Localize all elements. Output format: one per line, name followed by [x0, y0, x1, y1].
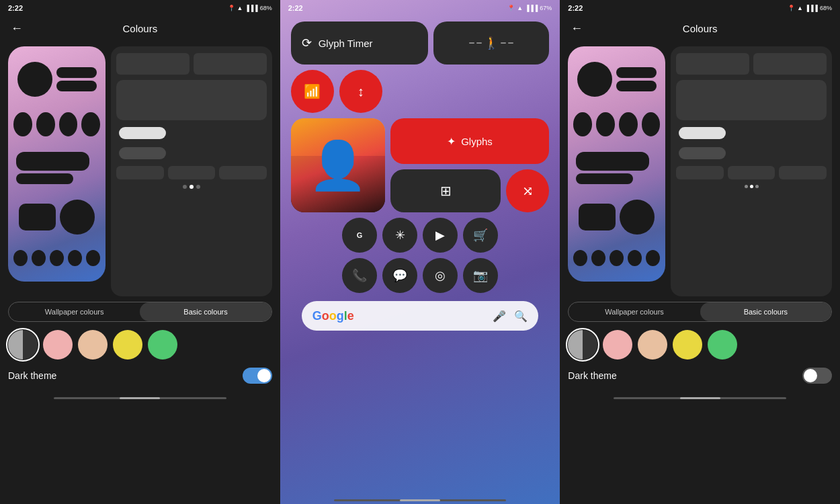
status-icons-left: 📍 ▲ ▐▐▐ 68%	[228, 5, 272, 11]
shapes-row-2	[13, 112, 100, 136]
search-bar[interactable]: Google 🎤 🔍	[302, 301, 539, 331]
app-camera[interactable]: 📷	[463, 258, 498, 293]
swatch-yellow-right[interactable]	[673, 330, 702, 360]
time-middle: 2:22	[288, 4, 303, 12]
panel-rect-r2	[753, 53, 827, 75]
shape-rect-big	[16, 152, 89, 171]
more-dot-r2	[750, 185, 753, 188]
search-google-logo: Google	[312, 309, 354, 323]
shapes-row-r4	[573, 250, 660, 266]
panel-rect-large-r	[676, 80, 827, 120]
dark-rect-widget[interactable]: 🚶	[433, 22, 549, 65]
shape-med-r4	[642, 112, 661, 136]
lens-icon[interactable]: 🔍	[514, 310, 528, 323]
signal-icon: ▐▐▐	[245, 5, 258, 11]
scroll-indicator-right	[614, 397, 786, 399]
more-dot-r1	[745, 185, 748, 188]
time-left: 2:22	[8, 4, 23, 12]
mic-icon[interactable]: 🎤	[493, 310, 506, 323]
app-basket[interactable]: 🛒	[463, 218, 498, 253]
app-phone[interactable]: 📞	[342, 258, 377, 293]
mix-red-widget[interactable]: ⤨	[506, 169, 549, 212]
swatch-peach-left[interactable]	[78, 330, 108, 360]
swatch-half-right[interactable]	[568, 330, 597, 360]
status-bar-middle: 2:22 📍 ▲ ▐▐▐ 67%	[280, 0, 560, 16]
shape-circle-med-2	[36, 112, 55, 136]
swatch-yellow-left[interactable]	[113, 330, 142, 360]
shape-rect-med-r	[576, 173, 633, 184]
shape-rect-big-r	[576, 152, 649, 171]
panel-dots	[116, 185, 267, 189]
dashed-line: 🚶	[469, 36, 513, 50]
mix-icon: ⤨	[522, 183, 534, 199]
swatch-half-left[interactable]	[8, 330, 38, 360]
shapes-row-r3	[573, 200, 660, 235]
app-chrome-icon: ◎	[435, 268, 446, 283]
toggle-knob-left	[257, 369, 271, 382]
back-button-right[interactable]: ←	[571, 22, 583, 36]
back-button-left[interactable]: ←	[11, 22, 23, 36]
preview-area-right	[560, 41, 840, 296]
panel-pill-white-r	[679, 127, 726, 139]
widget-row-2: 📶 ↕	[291, 70, 550, 113]
app-messages[interactable]: 💬	[382, 258, 417, 293]
shape-med-r3	[619, 112, 638, 136]
widgets-area: ⟳ Glyph Timer 🚶 📶	[280, 16, 560, 497]
swatch-pink-left[interactable]	[43, 330, 73, 360]
shape-circle-large-1	[17, 62, 52, 97]
wifi-icon-right: ▲	[797, 5, 803, 11]
status-icons-middle: 📍 ▲ ▐▐▐ 67%	[507, 5, 552, 11]
arrows-red-widget[interactable]: ↕	[339, 70, 382, 113]
right-panel-right	[671, 46, 832, 296]
app-play[interactable]: ▶	[423, 218, 458, 253]
shape-rect-r2	[616, 81, 657, 91]
small-widgets-row: ⊞ ⤨	[390, 169, 550, 212]
glyph-timer-widget[interactable]: ⟳ Glyph Timer	[291, 22, 428, 65]
panel-rect-3	[116, 166, 164, 179]
widget-col-right: ✦ Glyphs ⊞ ⤨	[390, 118, 550, 212]
dash-1	[469, 42, 474, 44]
swatch-green-right[interactable]	[708, 330, 737, 360]
dark-theme-toggle-left[interactable]	[243, 368, 272, 384]
tab-basic-right[interactable]: Basic colours	[700, 302, 831, 321]
shape-rect-2	[56, 81, 97, 91]
swatch-peach-right[interactable]	[638, 330, 667, 360]
scroll-indicator-mid	[334, 499, 507, 501]
search-icons: 🎤 🔍	[493, 310, 528, 323]
shape-sm-2	[32, 250, 46, 266]
scroll-indicator-bar-left	[120, 397, 160, 399]
shape-circle-med-4	[81, 112, 100, 136]
photo-widget[interactable]: 👤	[291, 118, 385, 212]
shape-circle-med-1	[13, 112, 32, 136]
widget-row-3: 👤 ✦ Glyphs ⊞ ⤨	[291, 118, 550, 212]
more-dot-r3	[755, 185, 759, 188]
shape-rect-1	[56, 67, 97, 78]
shape-rect-med	[16, 173, 73, 184]
app-fan[interactable]: ✳	[382, 218, 417, 253]
shape-circle-large-r1	[577, 62, 612, 97]
swatch-pink-right[interactable]	[603, 330, 632, 360]
scan-dark-widget[interactable]: ⊞	[390, 169, 501, 212]
phone-mockup-inner-right	[568, 46, 665, 282]
wifi-red-widget[interactable]: 📶	[291, 70, 334, 113]
tab-basic-left[interactable]: Basic colours	[140, 302, 271, 321]
glyphs-widget[interactable]: ✦ Glyphs	[390, 118, 550, 164]
tab-wallpaper-right[interactable]: Wallpaper colours	[569, 302, 700, 321]
shape-rect-3	[19, 204, 56, 230]
shape-sm-5	[86, 250, 100, 266]
app-icons-row-1: G ✳ ▶ 🛒	[291, 218, 550, 253]
app-chrome[interactable]: ◎	[423, 258, 458, 293]
panel-pill-dark	[119, 147, 166, 159]
screens-container: 2:22 📍 ▲ ▐▐▐ 68% ← Colours	[0, 0, 840, 504]
time-right: 2:22	[568, 4, 583, 12]
glyph-timer-text: Glyph Timer	[319, 38, 373, 49]
app-google[interactable]: G	[342, 218, 377, 253]
dark-theme-toggle-right[interactable]	[802, 368, 832, 384]
tab-wallpaper-left[interactable]: Wallpaper colours	[9, 302, 140, 321]
photo-person: 👤	[291, 118, 385, 212]
person-emoji: 👤	[308, 138, 367, 193]
swatch-green-left[interactable]	[148, 330, 177, 360]
middle-screen: 2:22 📍 ▲ ▐▐▐ 67% ⟳ Glyph Timer 🚶	[280, 0, 560, 504]
shape-sm-r4	[628, 250, 642, 266]
app-icons-row-2: 📞 💬 ◎ 📷	[291, 258, 550, 293]
